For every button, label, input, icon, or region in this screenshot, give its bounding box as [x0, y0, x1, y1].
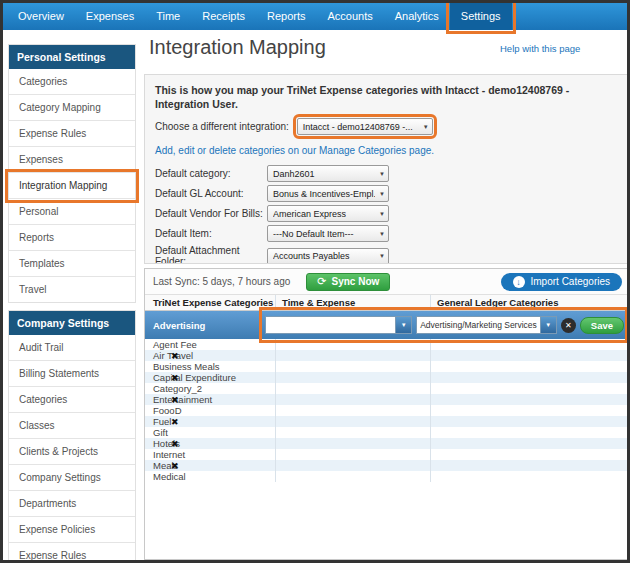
table-row[interactable]: Entertainment✖ [145, 394, 630, 405]
category-label: Capital Expenditure [153, 372, 236, 383]
chevron-down-icon[interactable]: ▼ [540, 317, 556, 333]
field-row: Default Item:---No Default Item---▼ [155, 225, 620, 242]
table-row[interactable]: Category_2 [145, 383, 630, 394]
column-header-time-expense: Time & Expense [276, 295, 431, 310]
sidebar-item-reports[interactable]: Reports [9, 225, 135, 251]
delete-mapping-icon[interactable]: ✖ [171, 417, 179, 427]
category-cell: Business Meals [145, 361, 276, 372]
table-row[interactable]: Fuel✖ [145, 416, 630, 427]
delete-mapping-icon[interactable]: ✖ [171, 461, 179, 471]
sidebar-item-departments[interactable]: Departments [9, 491, 135, 517]
sidebar-item-expenses[interactable]: Expenses [9, 147, 135, 173]
sidebar-item-category-mapping[interactable]: Category Mapping [9, 95, 135, 121]
category-cell: Capital Expenditure✖ [145, 372, 276, 383]
category-label: Internet [153, 449, 185, 460]
time-expense-cell [276, 416, 431, 427]
help-link[interactable]: Help with this page [500, 43, 580, 54]
gl-category-cell [431, 383, 630, 394]
import-categories-button[interactable]: Import Categories [501, 273, 622, 291]
sidebar-item-templates[interactable]: Templates [9, 251, 135, 277]
default-vendor-for-bills-select[interactable]: American Express▼ [267, 205, 389, 222]
delete-mapping-icon[interactable]: ✖ [171, 351, 179, 361]
nav-item-time[interactable]: Time [145, 3, 191, 30]
sync-now-button[interactable]: Sync Now [306, 273, 390, 291]
sidebar-item-categories[interactable]: Categories [9, 387, 135, 413]
sidebar-item-billing-statements[interactable]: Billing Statements [9, 361, 135, 387]
field-row: Default GL Account:Bonus & Incentives-Em… [155, 185, 620, 202]
table-row[interactable]: Medical [145, 471, 630, 482]
table-row[interactable]: Capital Expenditure✖ [145, 372, 630, 383]
delete-mapping-icon[interactable]: ✖ [171, 395, 179, 405]
sidebar-section-title: Company Settings [9, 311, 135, 335]
table-row[interactable]: Business Meals [145, 361, 630, 372]
chevron-down-icon: ▼ [379, 191, 385, 197]
nav-item-analytics[interactable]: Analytics [384, 3, 450, 30]
default-fields: Default category:Danh2601▼Default GL Acc… [155, 165, 620, 264]
sidebar-item-classes[interactable]: Classes [9, 413, 135, 439]
field-label: Default Item: [155, 228, 267, 239]
nav-item-expenses[interactable]: Expenses [75, 3, 145, 30]
sidebar-item-company-settings[interactable]: Company Settings [9, 465, 135, 491]
time-expense-cell [276, 361, 431, 372]
nav-item-receipts[interactable]: Receipts [191, 3, 256, 30]
category-label: Entertainment [153, 394, 212, 405]
selected-category-row[interactable]: Advertising ▼ Advertising/Marketing Serv… [145, 311, 630, 339]
sidebar-item-audit-trail[interactable]: Audit Trail [9, 335, 135, 361]
integration-label: Choose a different integration: [155, 121, 289, 132]
time-expense-cell [276, 438, 431, 449]
time-expense-cell [276, 460, 431, 471]
default-gl-account-select[interactable]: Bonus & Incentives-Empl...▼ [267, 185, 389, 202]
nav-item-settings[interactable]: Settings [450, 3, 512, 30]
sidebar-item-categories[interactable]: Categories [9, 69, 135, 95]
manage-categories-link[interactable]: Add, edit or delete categories on our Ma… [155, 145, 620, 156]
sidebar-section-title: Personal Settings [9, 45, 135, 69]
sidebar: Personal SettingsCategoriesCategory Mapp… [8, 44, 136, 560]
field-row: Default Vendor For Bills:American Expres… [155, 205, 620, 222]
category-rows: Agent FeeAir Travel✖Business MealsCapita… [145, 339, 630, 482]
time-expense-cell [276, 372, 431, 383]
field-row: Default category:Danh2601▼ [155, 165, 620, 182]
mapping-table-container: Last Sync: 5 days, 7 hours ago Sync Now … [144, 268, 630, 560]
table-row[interactable]: Meals✖ [145, 460, 630, 471]
table-row[interactable]: Gift [145, 427, 630, 438]
remove-mapping-icon[interactable]: ✕ [561, 318, 576, 333]
sidebar-item-expense-rules[interactable]: Expense Rules [9, 121, 135, 147]
table-row[interactable]: Internet [145, 449, 630, 460]
field-label: Default Vendor For Bills: [155, 208, 267, 219]
chevron-down-icon: ▼ [379, 253, 385, 259]
nav-item-reports[interactable]: Reports [256, 3, 317, 30]
category-cell: Internet [145, 449, 276, 460]
category-cell: Gift [145, 427, 276, 438]
default-attachment-folder-select[interactable]: Accounts Payables▼ [267, 248, 389, 264]
nav-item-overview[interactable]: Overview [7, 3, 75, 30]
default-category-select[interactable]: Danh2601▼ [267, 165, 389, 182]
time-expense-cell [276, 427, 431, 438]
field-label: Default Attachment Folder: [155, 245, 267, 264]
table-row[interactable]: Agent Fee [145, 339, 630, 350]
table-row[interactable]: FoooD [145, 405, 630, 416]
save-button[interactable]: Save [580, 317, 624, 334]
gl-category-select[interactable]: Advertising/Marketing Services ▼ [416, 316, 557, 334]
default-item-select[interactable]: ---No Default Item---▼ [267, 225, 389, 242]
category-label: Advertising [153, 320, 205, 331]
time-expense-select[interactable]: ▼ [265, 316, 412, 334]
sidebar-item-travel[interactable]: Travel [9, 277, 135, 302]
chevron-down-icon[interactable]: ▼ [395, 317, 411, 333]
sidebar-item-personal[interactable]: Personal [9, 199, 135, 225]
table-row[interactable]: Air Travel✖ [145, 350, 630, 361]
integration-select[interactable]: Intacct - demo12408769 -... ▼ [297, 118, 433, 135]
sidebar-item-expense-rules[interactable]: Expense Rules [9, 543, 135, 563]
sidebar-item-expense-policies[interactable]: Expense Policies [9, 517, 135, 543]
sidebar-item-integration-mapping[interactable]: Integration Mapping [9, 173, 135, 199]
nav-item-accounts[interactable]: Accounts [317, 3, 384, 30]
gl-category-cell [431, 394, 630, 405]
delete-mapping-icon[interactable]: ✖ [171, 439, 179, 449]
table-row[interactable]: Hotels✖ [145, 438, 630, 449]
category-cell: Air Travel✖ [145, 350, 276, 361]
category-label: Fuel [153, 416, 171, 427]
gl-category-cell [431, 427, 630, 438]
category-cell: FoooD [145, 405, 276, 416]
top-nav: OverviewExpensesTimeReceiptsReportsAccou… [3, 3, 627, 30]
sidebar-item-clients-projects[interactable]: Clients & Projects [9, 439, 135, 465]
delete-mapping-icon[interactable]: ✖ [171, 373, 179, 383]
